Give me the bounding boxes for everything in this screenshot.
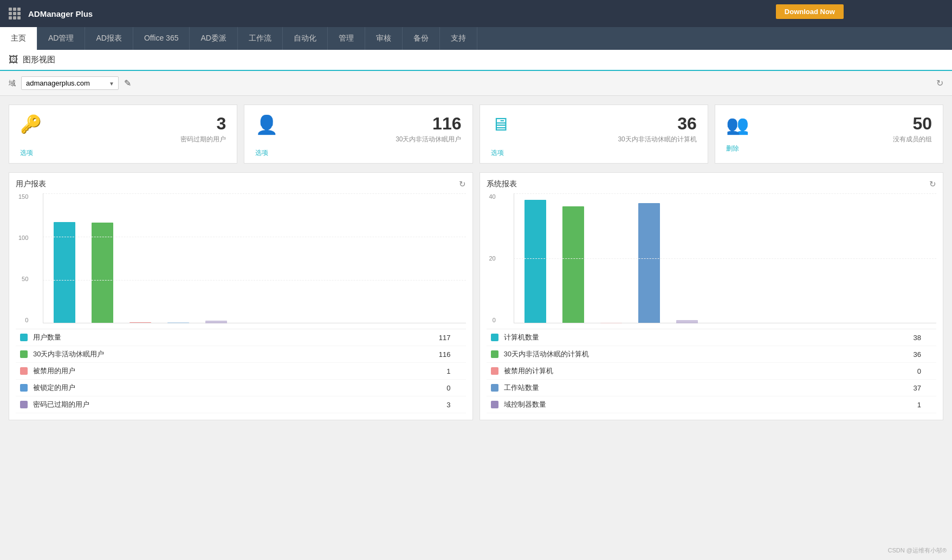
legend-row-locked: 被锁定的用户 0 bbox=[16, 380, 466, 396]
legend-color-blue bbox=[20, 384, 28, 392]
system-chart-refresh-icon[interactable]: ↻ bbox=[929, 179, 936, 189]
system-bar-chart-wrapper: 40 20 0 bbox=[487, 193, 937, 323]
domain-label: 域 bbox=[9, 79, 16, 88]
slegend-label-workstations: 工作站数量 bbox=[504, 383, 914, 393]
slegend-label-dc: 域控制器数量 bbox=[504, 400, 917, 409]
card-label-computers: 30天内非活动休眠的计算机 bbox=[618, 135, 696, 144]
card-inactive-users: 👤 116 30天内非活动休眠用户 选项 bbox=[244, 105, 472, 164]
system-chart-panel: 系统报表 ↻ 40 20 0 bbox=[480, 172, 944, 420]
legend-row-disabled: 被禁用的用户 1 bbox=[16, 363, 466, 380]
header: ADManager Plus Download Now bbox=[0, 0, 952, 27]
sbar-inactive bbox=[562, 206, 584, 323]
card-number-inactive: 116 bbox=[396, 114, 461, 134]
charts-row: 用户报表 ↻ 150 100 50 0 bbox=[0, 172, 952, 429]
sbar-disabled bbox=[600, 323, 622, 323]
user-chart-panel: 用户报表 ↻ 150 100 50 0 bbox=[9, 172, 473, 420]
sbar-workstations bbox=[638, 203, 660, 323]
slegend-color-blue bbox=[491, 384, 498, 392]
legend-value-expired: 3 bbox=[446, 401, 450, 409]
nav-item-support[interactable]: 支持 bbox=[440, 27, 477, 50]
legend-value-users: 117 bbox=[439, 334, 451, 342]
nav-item-audit[interactable]: 审核 bbox=[365, 27, 403, 50]
legend-label-disabled: 被禁用的用户 bbox=[33, 366, 446, 376]
bar-inactive bbox=[92, 223, 113, 323]
y-label-150: 150 bbox=[18, 193, 28, 200]
slegend-value-dc: 1 bbox=[917, 401, 921, 409]
card-number-password: 3 bbox=[180, 114, 226, 134]
legend-label-users: 用户数量 bbox=[33, 333, 439, 342]
slegend-value-disabled: 0 bbox=[917, 367, 921, 375]
legend-color-purple bbox=[20, 401, 28, 408]
nav-item-home[interactable]: 主页 bbox=[0, 27, 37, 50]
user-warning-icon: 👤 bbox=[255, 114, 278, 135]
y-label-100: 100 bbox=[18, 235, 28, 241]
legend-value-locked: 0 bbox=[446, 384, 450, 392]
legend-label-inactive: 30天内非活动休眠用户 bbox=[33, 349, 439, 359]
card-action-password[interactable]: 选项 bbox=[20, 148, 33, 158]
legend-value-inactive: 116 bbox=[439, 350, 451, 359]
domain-select-wrapper: admanagerplus.com bbox=[21, 76, 119, 90]
nav-item-workflow[interactable]: 工作流 bbox=[238, 27, 283, 50]
system-chart-title: 系统报表 bbox=[487, 179, 517, 189]
bar-expired bbox=[205, 321, 227, 323]
card-action-groups[interactable]: 删除 bbox=[726, 145, 739, 152]
slegend-color-purple bbox=[491, 401, 498, 408]
slegend-color-pink bbox=[491, 367, 498, 375]
slegend-value-workstations: 37 bbox=[914, 384, 921, 392]
card-action-computers[interactable]: 选项 bbox=[491, 148, 504, 158]
sbar-dc bbox=[676, 320, 698, 323]
nav-item-ad-delegate[interactable]: AD委派 bbox=[190, 27, 237, 50]
slegend-row-disabled: 被禁用的计算机 0 bbox=[487, 363, 937, 380]
nav-item-ad-report[interactable]: AD报表 bbox=[85, 27, 133, 50]
subheader: 🖼 图形视图 bbox=[0, 50, 952, 71]
slegend-color-teal bbox=[491, 334, 498, 341]
toolbar: 域 admanagerplus.com ✎ ↻ bbox=[0, 71, 952, 96]
download-button[interactable]: Download Now bbox=[776, 4, 844, 19]
card-action-inactive[interactable]: 选项 bbox=[255, 148, 268, 158]
legend-color-teal bbox=[20, 334, 28, 341]
slegend-row-workstations: 工作站数量 37 bbox=[487, 380, 937, 396]
nav-item-automation[interactable]: 自动化 bbox=[283, 27, 328, 50]
y-label-50: 50 bbox=[18, 276, 28, 282]
logo-text: ADManager Plus bbox=[28, 9, 93, 18]
computer-icon: 🖥 bbox=[491, 114, 509, 135]
slegend-row-dc: 域控制器数量 1 bbox=[487, 396, 937, 413]
card-label-password: 密码过期的用户 bbox=[180, 135, 226, 144]
logo-grid-icon bbox=[9, 8, 21, 19]
cards-container: 🔑 3 密码过期的用户 选项 👤 116 30天内非活动休眠用户 选项 bbox=[0, 96, 952, 172]
slegend-row-computers: 计算机数量 38 bbox=[487, 329, 937, 346]
nav-item-backup[interactable]: 备份 bbox=[403, 27, 440, 50]
sy-label-40: 40 bbox=[489, 193, 496, 200]
user-legend-table: 用户数量 117 30天内非活动休眠用户 116 被禁用的用户 1 被锁定的用户… bbox=[16, 329, 466, 413]
legend-value-disabled: 1 bbox=[446, 367, 450, 375]
sbar-computers bbox=[524, 200, 546, 323]
slegend-value-computers: 38 bbox=[914, 334, 921, 342]
logo: ADManager Plus bbox=[9, 8, 93, 19]
legend-color-pink bbox=[20, 367, 28, 375]
legend-row-expired: 密码已过期的用户 3 bbox=[16, 396, 466, 413]
key-icon: 🔑 bbox=[20, 114, 42, 134]
sy-label-0: 0 bbox=[489, 317, 496, 323]
group-icon: 👥 bbox=[726, 114, 749, 135]
legend-label-expired: 密码已过期的用户 bbox=[33, 400, 446, 409]
slegend-row-inactive: 30天内非活动休眠的计算机 36 bbox=[487, 346, 937, 363]
user-bar-chart-wrapper: 150 100 50 0 bbox=[16, 193, 466, 323]
user-chart-refresh-icon[interactable]: ↻ bbox=[459, 179, 466, 189]
user-chart-title: 用户报表 bbox=[16, 179, 46, 189]
slegend-value-inactive: 36 bbox=[914, 350, 921, 359]
legend-label-locked: 被锁定的用户 bbox=[33, 383, 446, 393]
edit-icon[interactable]: ✎ bbox=[124, 78, 131, 88]
toolbar-refresh-icon[interactable]: ↻ bbox=[936, 78, 943, 88]
subheader-title: 图形视图 bbox=[23, 55, 55, 65]
card-label-inactive: 30天内非活动休眠用户 bbox=[396, 135, 461, 144]
domain-select[interactable]: admanagerplus.com bbox=[21, 76, 119, 90]
nav-item-ad-manage[interactable]: AD管理 bbox=[37, 27, 85, 50]
nav-item-manage[interactable]: 管理 bbox=[328, 27, 365, 50]
slegend-label-computers: 计算机数量 bbox=[504, 333, 914, 342]
bar-locked bbox=[167, 322, 189, 323]
slegend-label-disabled: 被禁用的计算机 bbox=[504, 366, 917, 376]
nav-item-office365[interactable]: Office 365 bbox=[133, 27, 190, 50]
nav-bar: 主页 AD管理 AD报表 Office 365 AD委派 工作流 自动化 管理 … bbox=[0, 27, 952, 50]
legend-color-green bbox=[20, 350, 28, 358]
card-number-computers: 36 bbox=[618, 114, 696, 134]
